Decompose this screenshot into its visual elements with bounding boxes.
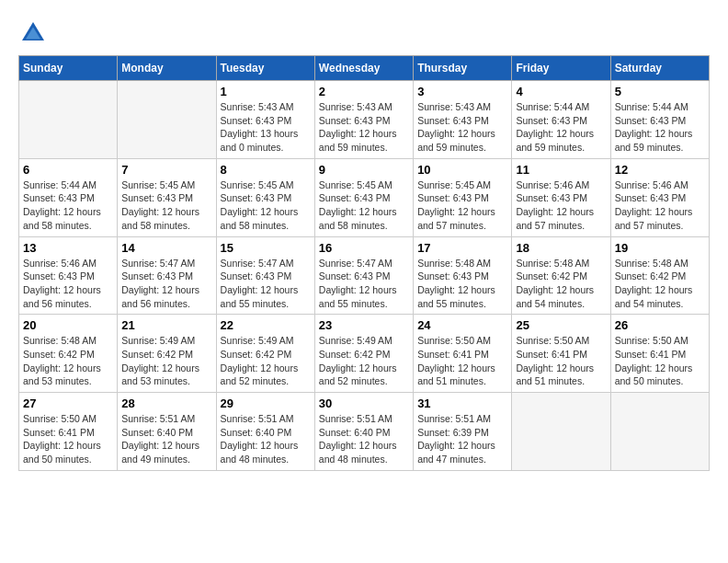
calendar-cell: 24Sunrise: 5:50 AMSunset: 6:41 PMDayligh… <box>414 315 512 393</box>
calendar-week-4: 27Sunrise: 5:50 AMSunset: 6:41 PMDayligh… <box>19 393 710 471</box>
day-info: Sunrise: 5:46 AMSunset: 6:43 PMDaylight:… <box>615 178 705 233</box>
day-number: 1 <box>221 85 311 98</box>
calendar-cell: 27Sunrise: 5:50 AMSunset: 6:41 PMDayligh… <box>19 393 118 471</box>
day-number: 18 <box>516 241 606 255</box>
day-info: Sunrise: 5:50 AMSunset: 6:41 PMDaylight:… <box>516 334 606 388</box>
day-number: 10 <box>417 163 507 177</box>
calendar-cell: 7Sunrise: 5:45 AMSunset: 6:43 PMDaylight… <box>118 158 216 236</box>
calendar-cell: 11Sunrise: 5:46 AMSunset: 6:43 PMDayligh… <box>512 158 610 236</box>
calendar-cell: 5Sunrise: 5:44 AMSunset: 6:43 PMDaylight… <box>610 81 709 159</box>
day-info: Sunrise: 5:45 AMSunset: 6:43 PMDaylight:… <box>121 178 211 233</box>
calendar-cell <box>512 393 610 471</box>
day-info: Sunrise: 5:51 AMSunset: 6:40 PMDaylight:… <box>121 412 211 466</box>
page-header <box>18 18 710 48</box>
day-info: Sunrise: 5:46 AMSunset: 6:43 PMDaylight:… <box>516 178 606 233</box>
day-info: Sunrise: 5:44 AMSunset: 6:43 PMDaylight:… <box>23 178 113 233</box>
day-number: 17 <box>417 241 507 255</box>
day-number: 27 <box>23 396 113 410</box>
day-number: 8 <box>221 163 311 177</box>
day-info: Sunrise: 5:48 AMSunset: 6:42 PMDaylight:… <box>615 257 705 311</box>
calendar-cell <box>610 393 709 471</box>
calendar-cell: 31Sunrise: 5:51 AMSunset: 6:39 PMDayligh… <box>414 393 512 471</box>
day-info: Sunrise: 5:50 AMSunset: 6:41 PMDaylight:… <box>417 334 507 388</box>
day-number: 13 <box>23 241 113 255</box>
calendar-header-tuesday: Tuesday <box>216 56 314 81</box>
day-number: 2 <box>319 85 409 98</box>
day-info: Sunrise: 5:51 AMSunset: 6:40 PMDaylight:… <box>221 412 311 466</box>
day-info: Sunrise: 5:50 AMSunset: 6:41 PMDaylight:… <box>23 412 113 466</box>
day-number: 21 <box>121 318 211 332</box>
calendar-cell: 8Sunrise: 5:45 AMSunset: 6:43 PMDaylight… <box>216 158 314 236</box>
day-number: 29 <box>221 396 311 410</box>
day-number: 26 <box>615 318 705 332</box>
calendar-cell: 26Sunrise: 5:50 AMSunset: 6:41 PMDayligh… <box>610 315 709 393</box>
day-info: Sunrise: 5:49 AMSunset: 6:42 PMDaylight:… <box>121 334 211 388</box>
calendar-cell: 13Sunrise: 5:46 AMSunset: 6:43 PMDayligh… <box>19 236 118 315</box>
calendar-week-3: 20Sunrise: 5:48 AMSunset: 6:42 PMDayligh… <box>19 315 710 393</box>
day-number: 12 <box>615 163 705 177</box>
day-info: Sunrise: 5:49 AMSunset: 6:42 PMDaylight:… <box>221 334 311 388</box>
calendar-cell: 30Sunrise: 5:51 AMSunset: 6:40 PMDayligh… <box>314 393 413 471</box>
calendar-cell: 14Sunrise: 5:47 AMSunset: 6:43 PMDayligh… <box>118 236 216 315</box>
calendar-cell: 18Sunrise: 5:48 AMSunset: 6:42 PMDayligh… <box>512 236 610 315</box>
day-info: Sunrise: 5:51 AMSunset: 6:39 PMDaylight:… <box>417 412 507 466</box>
calendar-cell: 9Sunrise: 5:45 AMSunset: 6:43 PMDaylight… <box>314 158 413 236</box>
calendar-header-saturday: Saturday <box>610 56 709 81</box>
calendar-cell: 4Sunrise: 5:44 AMSunset: 6:43 PMDaylight… <box>512 81 610 159</box>
day-number: 3 <box>417 85 507 98</box>
day-number: 15 <box>221 241 311 255</box>
day-info: Sunrise: 5:49 AMSunset: 6:42 PMDaylight:… <box>319 334 409 388</box>
calendar-cell: 10Sunrise: 5:45 AMSunset: 6:43 PMDayligh… <box>414 158 512 236</box>
day-info: Sunrise: 5:51 AMSunset: 6:40 PMDaylight:… <box>319 412 409 466</box>
day-number: 20 <box>23 318 113 332</box>
day-number: 11 <box>516 163 606 177</box>
calendar: SundayMondayTuesdayWednesdayThursdayFrid… <box>18 55 710 471</box>
day-info: Sunrise: 5:50 AMSunset: 6:41 PMDaylight:… <box>615 334 705 388</box>
calendar-header-thursday: Thursday <box>414 56 512 81</box>
day-info: Sunrise: 5:43 AMSunset: 6:43 PMDaylight:… <box>221 100 311 155</box>
calendar-cell: 22Sunrise: 5:49 AMSunset: 6:42 PMDayligh… <box>216 315 314 393</box>
calendar-cell: 29Sunrise: 5:51 AMSunset: 6:40 PMDayligh… <box>216 393 314 471</box>
day-info: Sunrise: 5:45 AMSunset: 6:43 PMDaylight:… <box>221 178 311 233</box>
day-number: 5 <box>615 85 705 98</box>
day-number: 6 <box>23 163 113 177</box>
day-number: 23 <box>319 318 409 332</box>
calendar-header-friday: Friday <box>512 56 610 81</box>
day-number: 14 <box>121 241 211 255</box>
calendar-cell: 6Sunrise: 5:44 AMSunset: 6:43 PMDaylight… <box>19 158 118 236</box>
logo-icon <box>18 18 48 48</box>
day-info: Sunrise: 5:48 AMSunset: 6:42 PMDaylight:… <box>23 334 113 388</box>
calendar-cell: 21Sunrise: 5:49 AMSunset: 6:42 PMDayligh… <box>118 315 216 393</box>
calendar-cell: 12Sunrise: 5:46 AMSunset: 6:43 PMDayligh… <box>610 158 709 236</box>
calendar-header-sunday: Sunday <box>19 56 118 81</box>
calendar-cell: 25Sunrise: 5:50 AMSunset: 6:41 PMDayligh… <box>512 315 610 393</box>
day-info: Sunrise: 5:48 AMSunset: 6:42 PMDaylight:… <box>516 257 606 311</box>
calendar-cell: 15Sunrise: 5:47 AMSunset: 6:43 PMDayligh… <box>216 236 314 315</box>
day-number: 22 <box>221 318 311 332</box>
calendar-cell: 2Sunrise: 5:43 AMSunset: 6:43 PMDaylight… <box>314 81 413 159</box>
calendar-cell: 28Sunrise: 5:51 AMSunset: 6:40 PMDayligh… <box>118 393 216 471</box>
day-info: Sunrise: 5:43 AMSunset: 6:43 PMDaylight:… <box>417 100 507 155</box>
calendar-week-2: 13Sunrise: 5:46 AMSunset: 6:43 PMDayligh… <box>19 236 710 315</box>
calendar-cell <box>118 81 216 159</box>
calendar-cell: 3Sunrise: 5:43 AMSunset: 6:43 PMDaylight… <box>414 81 512 159</box>
day-info: Sunrise: 5:44 AMSunset: 6:43 PMDaylight:… <box>516 100 606 155</box>
calendar-cell: 16Sunrise: 5:47 AMSunset: 6:43 PMDayligh… <box>314 236 413 315</box>
day-number: 30 <box>319 396 409 410</box>
calendar-week-1: 6Sunrise: 5:44 AMSunset: 6:43 PMDaylight… <box>19 158 710 236</box>
day-number: 28 <box>121 396 211 410</box>
calendar-week-0: 1Sunrise: 5:43 AMSunset: 6:43 PMDaylight… <box>19 81 710 159</box>
calendar-cell: 20Sunrise: 5:48 AMSunset: 6:42 PMDayligh… <box>19 315 118 393</box>
day-number: 9 <box>319 163 409 177</box>
calendar-cell: 17Sunrise: 5:48 AMSunset: 6:43 PMDayligh… <box>414 236 512 315</box>
day-info: Sunrise: 5:47 AMSunset: 6:43 PMDaylight:… <box>319 257 409 311</box>
day-info: Sunrise: 5:45 AMSunset: 6:43 PMDaylight:… <box>319 178 409 233</box>
day-info: Sunrise: 5:45 AMSunset: 6:43 PMDaylight:… <box>417 178 507 233</box>
day-info: Sunrise: 5:48 AMSunset: 6:43 PMDaylight:… <box>417 257 507 311</box>
day-info: Sunrise: 5:47 AMSunset: 6:43 PMDaylight:… <box>221 257 311 311</box>
calendar-cell <box>19 81 118 159</box>
day-number: 7 <box>121 163 211 177</box>
logo <box>18 18 51 48</box>
calendar-cell: 19Sunrise: 5:48 AMSunset: 6:42 PMDayligh… <box>610 236 709 315</box>
day-number: 24 <box>417 318 507 332</box>
